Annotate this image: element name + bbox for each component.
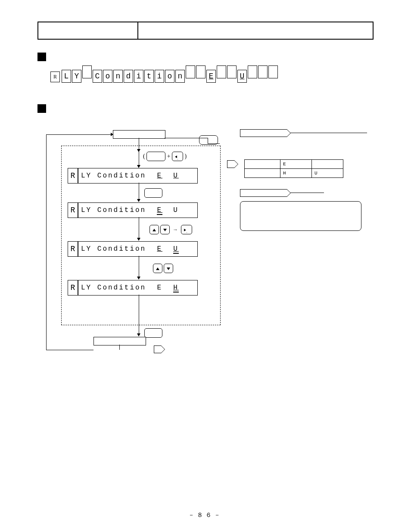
page-number: －８６－ <box>0 511 411 519</box>
main-lcd-display: RLY Condition E U <box>50 65 374 83</box>
cell-1-1 <box>245 160 280 169</box>
lcd-row-4: R LY Condition E H <box>68 280 198 296</box>
lcd-row-1: R LY Condition E U <box>68 168 198 184</box>
cell-1-2: E <box>280 160 312 169</box>
down-button-2[interactable] <box>164 264 173 273</box>
left-arrow-button[interactable]: 。 <box>172 152 183 161</box>
top-box <box>113 130 165 139</box>
pentagon-1 <box>227 160 234 168</box>
enter-button-2[interactable] <box>144 328 162 338</box>
lcd-row-3-text: LY Condition E U <box>78 242 197 256</box>
header-right <box>138 22 373 39</box>
cell-2-1 <box>245 169 280 178</box>
value-table: E H U <box>244 159 343 178</box>
cell-1-3 <box>312 160 343 169</box>
bullet-2 <box>37 104 46 113</box>
right-button[interactable]: 。 <box>181 225 192 234</box>
pentagon-right-2 <box>240 189 287 197</box>
lcd-row-3-first: R <box>68 242 78 256</box>
pentagon-2 <box>154 345 161 353</box>
lcd-row-2-first: R <box>68 203 78 218</box>
up-button-2[interactable] <box>153 264 162 273</box>
lcd-row-1-first: R <box>68 168 78 183</box>
pentagon-right-1 <box>240 129 287 137</box>
note-box <box>240 201 361 231</box>
nav-buttons-row-1: → 。 <box>149 225 192 234</box>
lcd-row-2-text: LY Condition E U <box>78 203 197 218</box>
header-box <box>37 22 374 40</box>
lcd-row-4-text: LY Condition E H <box>78 280 197 295</box>
lcd-row-4-first: R <box>68 280 78 295</box>
header-left <box>38 22 138 39</box>
nav-buttons-row-2 <box>153 264 173 273</box>
enter-button-1[interactable] <box>144 188 162 198</box>
lcd-row-1-text: LY Condition E U <box>78 168 197 183</box>
lcd-row-2: R LY Condition E U <box>68 202 198 218</box>
bullet-1 <box>37 53 46 61</box>
key-combo-mode-left: ( + 。 ) <box>143 152 187 161</box>
cell-2-2: H <box>280 169 312 178</box>
mode-button-2[interactable] <box>146 152 165 161</box>
bottom-box <box>93 337 146 345</box>
down-button-1[interactable] <box>160 225 170 234</box>
cell-2-3: U <box>312 169 343 178</box>
up-button-1[interactable] <box>149 225 159 234</box>
lcd-row-3: R LY Condition E U <box>68 241 198 257</box>
